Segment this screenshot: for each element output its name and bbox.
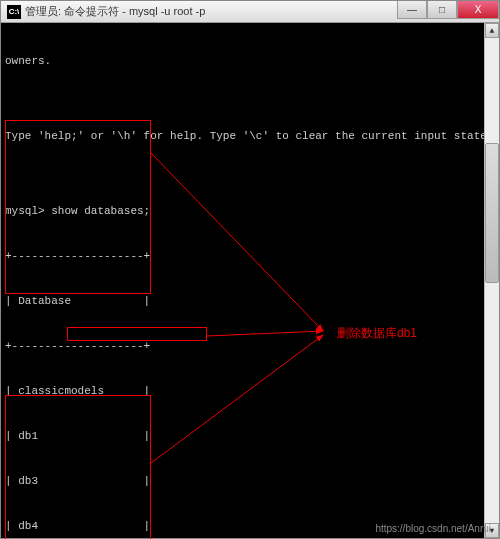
cmd-icon: C:\ [7,5,21,19]
scroll-thumb[interactable] [485,143,499,283]
watermark: https://blog.csdn.net/Anrui [375,523,491,534]
minimize-button[interactable]: — [397,1,427,19]
prompt-line: mysql> show databases; [5,204,495,219]
cmd-window: C:\ 管理员: 命令提示符 - mysql -u root -p — □ X … [0,0,500,539]
line: Type 'help;' or '\h' for help. Type '\c'… [5,129,495,144]
vertical-scrollbar[interactable]: ▲ ▼ [484,23,499,538]
scroll-up-button[interactable]: ▲ [485,23,499,38]
table-header: | Database | [5,294,495,309]
maximize-button[interactable]: □ [427,1,457,19]
db-row: | db3 | [5,474,495,489]
db-row: | db1 | [5,429,495,444]
terminal-output[interactable]: owners. Type 'help;' or '\h' for help. T… [1,23,499,538]
table-sep: +--------------------+ [5,339,495,354]
table-sep: +--------------------+ [5,249,495,264]
close-button[interactable]: X [457,1,499,19]
line: owners. [5,54,495,69]
window-buttons: — □ X [397,1,499,22]
db-row: | classicmodels | [5,384,495,399]
titlebar: C:\ 管理员: 命令提示符 - mysql -u root -p — □ X [1,1,499,23]
window-title: 管理员: 命令提示符 - mysql -u root -p [25,4,397,19]
